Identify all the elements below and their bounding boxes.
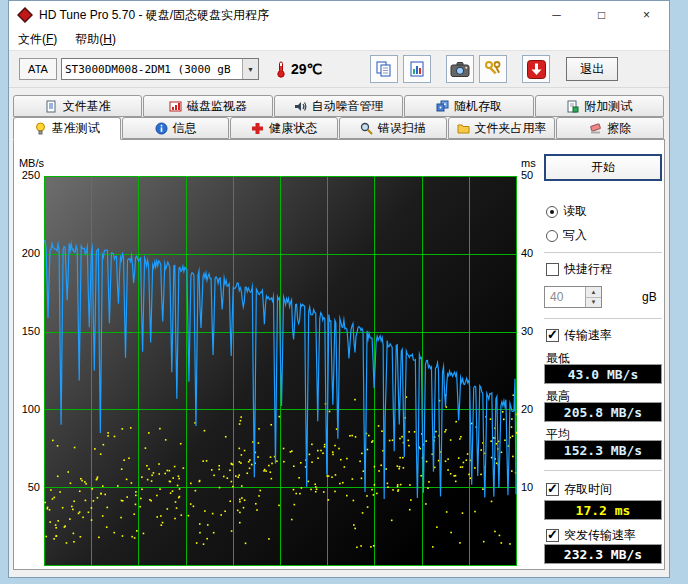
min-value-display: 43.0 MB/s [544,364,662,384]
temperature-indicator: 29℃ [275,61,322,78]
burst-rate-label: 突发传输速率 [564,527,636,544]
menu-bar: 文件(F) 帮助(H) [9,29,669,51]
transfer-rate-checkbox[interactable]: 传输速率 [546,328,612,343]
tab-noise-management[interactable]: 自动噪音管理 [274,95,403,117]
eraser-icon [589,122,602,135]
capacity-unit-label: gB [642,290,657,304]
tab-info[interactable]: 信息 [122,117,230,139]
tab-label: 健康状态 [269,120,317,137]
read-radio-circle [546,206,558,218]
tab-label: 随机存取 [454,98,502,115]
close-button[interactable]: × [624,1,669,29]
title-bar: HD Tune Pro 5.70 - 硬盘/固态硬盘实用程序 ─ □ × [9,1,669,29]
y-axis-tick-label: 250 [22,169,40,182]
app-window: HD Tune Pro 5.70 - 硬盘/固态硬盘实用程序 ─ □ × 文件(… [8,0,670,578]
tab-label: 磁盘监视器 [187,98,247,115]
app-icon [17,7,33,23]
tab-label: 基准测试 [52,120,100,137]
download-icon [527,60,546,79]
tab-folder-usage[interactable]: 文件夹占用率 [448,117,556,139]
file-benchmark-icon [45,100,58,113]
capacity-value: 40 [545,287,585,307]
benchmark-chart-canvas [44,176,517,566]
exit-button[interactable]: 退出 [566,57,618,81]
y-axis-right: 5040302010 [521,140,545,569]
start-button[interactable]: 开始 [544,154,662,181]
tab-disk-monitor[interactable]: 磁盘监视器 [143,95,272,117]
y-axis-tick-label: 150 [22,325,40,338]
max-value-display: 205.8 MB/s [544,402,662,422]
menu-item-file[interactable]: 文件(F) [9,28,66,51]
tab-benchmark[interactable]: 基准测试 [13,117,121,140]
y-axis-tick-label: 50 [521,169,533,182]
tab-error-scan[interactable]: 错误扫描 [339,117,447,139]
info-icon [155,122,168,135]
short-stroke-checkbox[interactable]: 快捷行程 [546,262,612,277]
burst-rate-checkbox[interactable]: 突发传输速率 [546,528,636,543]
options-button[interactable] [479,55,507,83]
spinner: ▲ ▼ [585,287,601,307]
spinner-up-button[interactable]: ▲ [586,287,601,298]
y-axis-tick-label: 50 [28,481,40,494]
spinner-down-button[interactable]: ▼ [586,298,601,308]
benchmark-tab-content: MB/s ms 25020015010050 5040302010 开始 读取 … [13,139,665,570]
short-stroke-capacity-input[interactable]: 40 ▲ ▼ [544,286,602,308]
access-time-label: 存取时间 [564,481,612,498]
short-stroke-checkbox-box [546,263,559,276]
burst-rate-checkbox-box [546,529,559,542]
y-axis-tick-label: 200 [22,247,40,260]
save-button[interactable] [522,55,550,83]
tab-strip: 文件基准 磁盘监视器 自动噪音管理 随机存取 [9,88,669,139]
access-time-checkbox-box [546,483,559,496]
write-radio[interactable]: 写入 [546,228,587,243]
copy-image-icon [408,60,426,78]
toolbar: ATA ST3000DM008-2DM1 (3000 gB ▼ 29℃ [9,51,669,88]
transfer-rate-label: 传输速率 [564,327,612,344]
toolbar-buttons [370,55,550,83]
y-axis-tick-label: 30 [521,325,533,338]
camera-icon [450,61,470,78]
thermometer-icon [275,61,287,78]
speaker-icon [294,100,307,113]
drive-select-value: ST3000DM008-2DM1 (3000 gB [62,63,242,76]
access-time-value-display: 17.2 ms [544,500,662,520]
tab-health[interactable]: 健康状态 [230,117,338,139]
write-radio-label: 写入 [563,227,587,244]
disk-monitor-icon [169,100,182,113]
avg-value-display: 152.3 MB/s [544,440,662,460]
y-axis-tick-label: 40 [521,247,533,260]
copy-text-button[interactable] [370,55,398,83]
tab-label: 附加测试 [584,98,632,115]
benchmark-control-panel: 开始 读取 写入 快捷行程 40 ▲ ▼ gB [544,140,668,569]
tab-row-1: 文件基准 磁盘监视器 自动噪音管理 随机存取 [13,95,665,117]
screenshot-button[interactable] [446,55,474,83]
y-axis-tick-label: 20 [521,403,533,416]
y-axis-tick-label: 10 [521,481,533,494]
tab-random-access[interactable]: 随机存取 [404,95,533,117]
write-radio-circle [546,230,558,242]
chevron-down-icon[interactable]: ▼ [242,59,258,79]
copy-icon [375,60,393,78]
separator [544,318,662,319]
drive-select[interactable]: ST3000DM008-2DM1 (3000 gB ▼ [61,58,259,80]
access-time-checkbox[interactable]: 存取时间 [546,482,612,497]
separator [544,252,662,253]
read-radio[interactable]: 读取 [546,204,587,219]
window-title: HD Tune Pro 5.70 - 硬盘/固态硬盘实用程序 [39,7,528,24]
tab-erase[interactable]: 擦除 [556,117,664,139]
tab-row-2: 基准测试 信息 健康状态 错误扫描 [13,117,665,139]
tab-file-benchmark[interactable]: 文件基准 [13,95,142,117]
minimize-button[interactable]: ─ [534,1,579,29]
desktop-background: { "window": { "title": "HD Tune Pro 5.70… [0,0,688,584]
tab-extra-tests[interactable]: 附加测试 [535,95,664,117]
tab-label: 擦除 [607,120,631,137]
extra-tests-icon [566,100,579,113]
dice-icon [436,100,449,113]
copy-image-button[interactable] [403,55,431,83]
menu-item-help[interactable]: 帮助(H) [66,28,125,51]
window-controls: ─ □ × [534,1,669,29]
temperature-value: 29℃ [291,61,322,77]
maximize-button[interactable]: □ [579,1,624,29]
keys-icon [484,60,502,78]
tab-label: 文件基准 [63,98,111,115]
